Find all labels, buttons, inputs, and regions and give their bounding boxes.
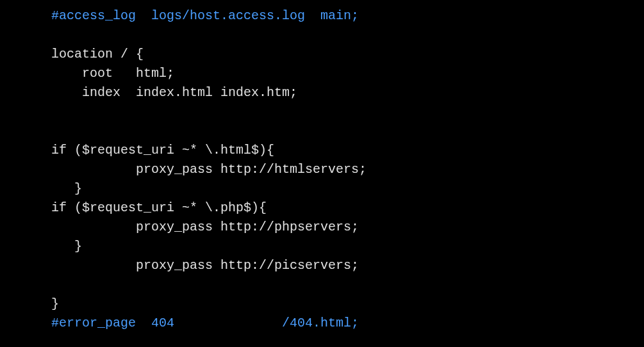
code-line-4: root html; bbox=[51, 64, 644, 83]
code-line-13: } bbox=[51, 237, 644, 256]
code-text: #error_page 404 /404.html; bbox=[51, 316, 359, 330]
code-text: } bbox=[51, 181, 82, 196]
code-line-11: if ($request_uri ~* \.php$){ bbox=[51, 198, 644, 218]
code-line-6 bbox=[51, 102, 644, 122]
code-text: index index.html index.htm; bbox=[51, 85, 297, 100]
code-line-2 bbox=[51, 26, 644, 45]
code-line-9: proxy_pass http://htmlservers; bbox=[51, 160, 644, 179]
code-line-12: proxy_pass http://phpservers; bbox=[51, 218, 644, 237]
code-text: proxy_pass http://phpservers; bbox=[51, 220, 359, 234]
code-text: if ($request_uri ~* \.html$){ bbox=[51, 143, 274, 157]
code-text: proxy_pass http://picservers; bbox=[51, 258, 359, 273]
code-line-14: proxy_pass http://picservers; bbox=[51, 256, 644, 275]
code-text: if ($request_uri ~* \.php$){ bbox=[51, 200, 267, 215]
code-line-7 bbox=[51, 122, 644, 141]
code-line-8: if ($request_uri ~* \.html$){ bbox=[51, 141, 644, 160]
code-editor[interactable]: #access_log logs/host.access.log main; l… bbox=[0, 6, 644, 333]
code-text: proxy_pass http://htmlservers; bbox=[51, 162, 367, 177]
code-text: root html; bbox=[51, 66, 174, 81]
code-line-10: } bbox=[51, 179, 644, 198]
code-text: #access_log logs/host.access.log main; bbox=[51, 8, 359, 23]
code-line-5: index index.html index.htm; bbox=[51, 83, 644, 102]
code-line-1: #access_log logs/host.access.log main; bbox=[51, 6, 644, 26]
code-line-15 bbox=[51, 275, 644, 295]
code-line-3: location / { bbox=[51, 45, 644, 64]
code-line-17: #error_page 404 /404.html; bbox=[51, 314, 644, 333]
code-text: } bbox=[51, 239, 82, 254]
code-text: } bbox=[51, 296, 59, 311]
code-text: location / { bbox=[51, 47, 144, 61]
code-line-16: } bbox=[51, 295, 644, 314]
